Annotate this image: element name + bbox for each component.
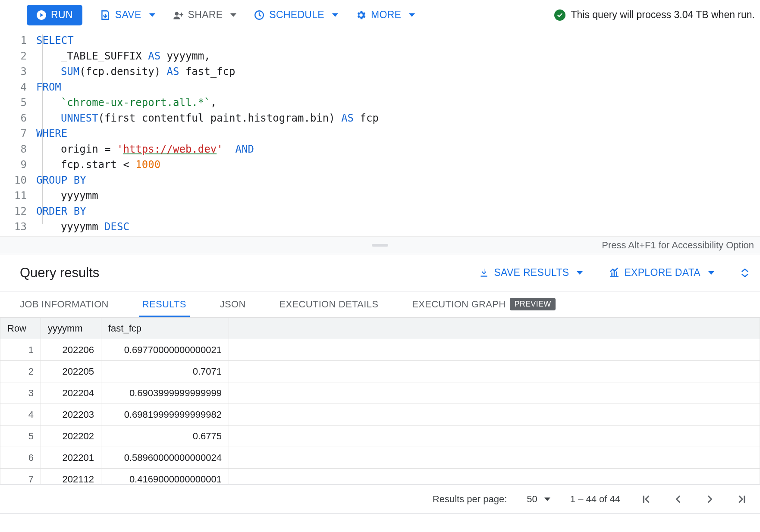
code-line[interactable]: SUM(fcp.density) AS fast_fcp: [35, 64, 379, 79]
download-icon: [478, 267, 490, 279]
cell-yyyymm: 202204: [41, 382, 101, 404]
explore-data-label: EXPLORE DATA: [624, 267, 700, 279]
table-header-row: Row yyyymm fast_fcp: [0, 318, 760, 339]
next-page-button[interactable]: [704, 493, 716, 505]
tab-execution-graph[interactable]: EXECUTION GRAPH PREVIEW: [412, 291, 555, 317]
save-icon: [100, 9, 111, 21]
chevron-down-icon: [577, 271, 583, 275]
svg-point-1: [175, 12, 179, 16]
code-line[interactable]: FROM: [35, 79, 379, 95]
sql-editor[interactable]: 12345678910111213 SELECT _TABLE_SUFFIX A…: [0, 30, 760, 236]
preview-badge: PREVIEW: [510, 298, 555, 310]
table-row[interactable]: 52022020.6775: [0, 426, 760, 447]
code-line[interactable]: UNNEST(first_contentful_paint.histogram.…: [35, 110, 379, 126]
table-row[interactable]: 22022050.7071: [0, 361, 760, 382]
cell-filler: [229, 426, 760, 447]
gear-icon: [355, 9, 367, 21]
col-row[interactable]: Row: [0, 318, 41, 339]
cell-filler: [229, 447, 760, 469]
tab-json[interactable]: JSON: [220, 291, 246, 317]
chevron-down-icon: [332, 13, 338, 17]
code-line[interactable]: origin = 'https://web.dev' AND: [35, 141, 379, 157]
chevron-down-icon: [409, 13, 415, 17]
code-line[interactable]: yyyymm DESC: [35, 219, 379, 235]
cell-row: 4: [0, 404, 41, 426]
col-yyyymm[interactable]: yyyymm: [41, 318, 101, 339]
check-icon: [554, 9, 565, 21]
code-line[interactable]: yyyymm: [35, 188, 379, 203]
editor-toolbar: RUN SAVE SHARE SCHEDULE MORE This query …: [0, 0, 760, 30]
cell-row: 5: [0, 426, 41, 447]
chevron-down-icon: [149, 13, 155, 17]
cell-yyyymm: 202205: [41, 361, 101, 382]
table-row[interactable]: 12022060.69770000000000021: [0, 339, 760, 361]
code-line[interactable]: WHERE: [35, 126, 379, 141]
cell-row: 1: [0, 339, 41, 361]
chevron-up-icon: [740, 268, 750, 273]
cell-row: 2: [0, 361, 41, 382]
table-row[interactable]: 62022010.58960000000000024: [0, 447, 760, 469]
run-label: RUN: [51, 9, 73, 21]
cell-filler: [229, 339, 760, 361]
editor-resize-bar[interactable]: Press Alt+F1 for Accessibility Option: [0, 236, 760, 254]
more-button[interactable]: MORE: [355, 9, 415, 21]
cell-filler: [229, 469, 760, 485]
results-header: Query results SAVE RESULTS EXPLORE DATA: [0, 254, 760, 291]
share-button[interactable]: SHARE: [173, 9, 237, 21]
table-row[interactable]: 72021120.4169000000000001: [0, 469, 760, 485]
explore-data-button[interactable]: EXPLORE DATA: [609, 267, 714, 279]
tab-results[interactable]: RESULTS: [142, 291, 186, 317]
a11y-hint: Press Alt+F1 for Accessibility Option: [602, 240, 754, 251]
per-page-label: Results per page:: [433, 494, 507, 505]
last-page-button[interactable]: [736, 493, 748, 505]
share-icon: [173, 9, 184, 21]
code-line[interactable]: fcp.start < 1000: [35, 157, 379, 172]
code-line[interactable]: _TABLE_SUFFIX AS yyyymm,: [35, 48, 379, 64]
schedule-button[interactable]: SCHEDULE: [254, 9, 338, 21]
save-results-label: SAVE RESULTS: [494, 267, 569, 279]
code-line[interactable]: `chrome-ux-report.all.*`,: [35, 95, 379, 110]
results-table: Row yyyymm fast_fcp 12022060.69770000000…: [0, 317, 760, 485]
cell-fast-fcp: 0.6775: [101, 426, 229, 447]
cell-yyyymm: 202112: [41, 469, 101, 485]
results-title: Query results: [20, 265, 99, 281]
cell-yyyymm: 202203: [41, 404, 101, 426]
save-label: SAVE: [115, 9, 141, 21]
save-button[interactable]: SAVE: [100, 9, 155, 21]
drag-handle-icon[interactable]: [372, 244, 388, 247]
schedule-icon: [254, 9, 265, 21]
results-tabs: JOB INFORMATION RESULTS JSON EXECUTION D…: [0, 291, 760, 317]
prev-page-button[interactable]: [672, 493, 684, 505]
code-line[interactable]: SELECT: [35, 33, 379, 48]
schedule-label: SCHEDULE: [269, 9, 324, 21]
code-line[interactable]: GROUP BY: [35, 172, 379, 188]
editor-code-area[interactable]: SELECT _TABLE_SUFFIX AS yyyymm, SUM(fcp.…: [35, 30, 379, 236]
tab-execution-details[interactable]: EXECUTION DETAILS: [280, 291, 379, 317]
col-fast-fcp[interactable]: fast_fcp: [101, 318, 229, 339]
col-filler: [229, 318, 760, 339]
cell-fast-fcp: 0.69819999999999982: [101, 404, 229, 426]
run-button[interactable]: RUN: [27, 5, 82, 25]
share-label: SHARE: [188, 9, 223, 21]
table-row[interactable]: 32022040.6903999999999999: [0, 382, 760, 404]
cell-yyyymm: 202206: [41, 339, 101, 361]
code-line[interactable]: ORDER BY: [35, 203, 379, 219]
results-pager: Results per page: 50 1 – 44 of 44: [0, 485, 760, 514]
first-page-button[interactable]: [640, 493, 652, 505]
save-results-button[interactable]: SAVE RESULTS: [478, 267, 583, 279]
expand-collapse-button[interactable]: [740, 268, 750, 278]
cell-fast-fcp: 0.6903999999999999: [101, 382, 229, 404]
cell-fast-fcp: 0.7071: [101, 361, 229, 382]
query-validator: This query will process 3.04 TB when run…: [554, 9, 755, 21]
play-icon: [36, 10, 47, 20]
chevron-down-icon: [544, 498, 550, 501]
table-row[interactable]: 42022030.69819999999999982: [0, 404, 760, 426]
tab-job-information[interactable]: JOB INFORMATION: [20, 291, 109, 317]
more-label: MORE: [371, 9, 401, 21]
cell-fast-fcp: 0.69770000000000021: [101, 339, 229, 361]
cell-row: 6: [0, 447, 41, 469]
per-page-select[interactable]: 50: [527, 494, 550, 505]
cell-row: 3: [0, 382, 41, 404]
results-table-wrap: Row yyyymm fast_fcp 12022060.69770000000…: [0, 317, 760, 485]
chevron-down-icon: [740, 273, 750, 278]
